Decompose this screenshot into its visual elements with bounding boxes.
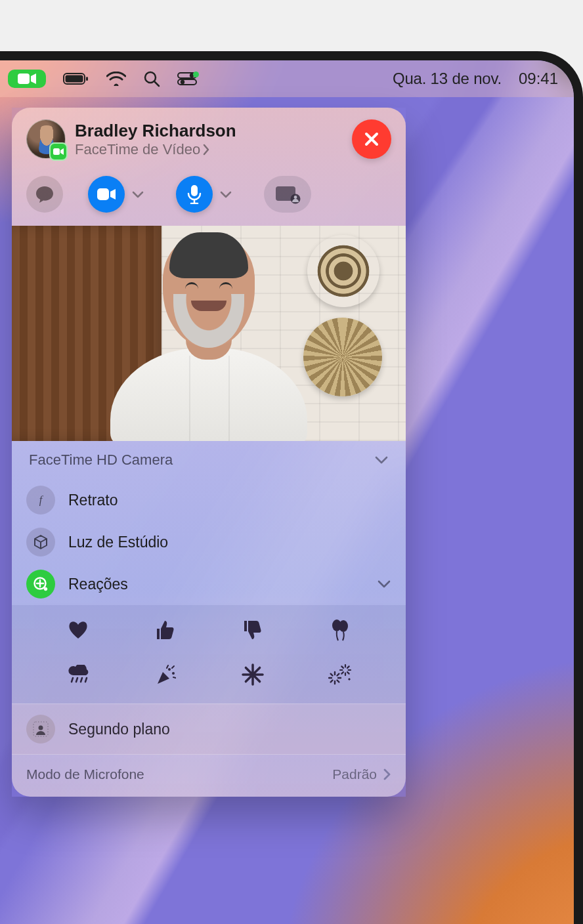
video-toggle[interactable] — [88, 176, 151, 213]
svg-rect-3 — [86, 77, 88, 81]
studio-light-option[interactable]: Luz de Estúdio — [12, 521, 406, 563]
reaction-heart[interactable] — [38, 612, 118, 648]
spotlight-icon[interactable] — [143, 70, 160, 87]
balloons-icon — [330, 618, 350, 642]
reactions-grid — [12, 605, 406, 704]
microphone-mode-row[interactable]: Modo de Microfone Padrão — [12, 755, 406, 797]
caller-avatar[interactable] — [26, 119, 66, 159]
svg-point-23 — [168, 668, 171, 671]
camera-selector[interactable]: FaceTime HD Camera — [12, 441, 406, 479]
background-label: Segundo plano — [68, 721, 170, 738]
call-type-label: FaceTime de Vídeo — [75, 141, 200, 158]
video-icon — [97, 187, 116, 201]
thumbs-up-icon — [156, 620, 175, 640]
svg-rect-11 — [97, 188, 109, 200]
svg-rect-12 — [191, 185, 198, 196]
camera-name-label: FaceTime HD Camera — [29, 452, 173, 469]
call-type-button[interactable]: FaceTime de Vídeo — [75, 141, 352, 158]
menubar-date[interactable]: Qua. 13 de nov. — [393, 70, 502, 88]
party-popper-icon — [155, 664, 176, 685]
background-option[interactable]: Segundo plano — [12, 704, 406, 755]
svg-rect-10 — [53, 148, 60, 155]
studio-light-label: Luz de Estúdio — [68, 534, 391, 551]
mic-options-chevron[interactable] — [213, 181, 239, 207]
reaction-fireworks[interactable] — [300, 656, 379, 693]
call-controls-row — [12, 167, 406, 226]
call-header: Bradley Richardson FaceTime de Vídeo — [12, 108, 406, 167]
reaction-burst[interactable] — [213, 656, 292, 693]
svg-rect-0 — [18, 74, 30, 84]
reactions-option[interactable]: Reações — [12, 563, 406, 605]
facetime-badge-icon — [49, 142, 68, 161]
person-background-icon — [26, 715, 55, 744]
privacy-indicator-dot — [193, 72, 199, 77]
screen-share-icon — [274, 184, 301, 204]
portrait-label: Retrato — [68, 492, 391, 509]
video-options-chevron[interactable] — [125, 181, 151, 207]
battery-icon[interactable] — [63, 72, 89, 85]
chevron-down-icon — [374, 455, 389, 465]
svg-point-25 — [251, 673, 255, 677]
rain-icon — [66, 665, 90, 684]
menubar: Qua. 13 de nov. 09:41 — [0, 60, 574, 97]
svg-point-27 — [39, 726, 43, 730]
reaction-thumbs-up[interactable] — [125, 612, 205, 648]
caller-name: Bradley Richardson — [75, 121, 352, 141]
microphone-icon — [187, 184, 202, 204]
speech-bubble-icon — [35, 185, 54, 203]
burst-icon — [242, 663, 264, 686]
svg-point-24 — [172, 672, 175, 675]
mic-mode-label: Modo de Microfone — [26, 766, 144, 782]
mic-mode-value: Padrão — [332, 766, 377, 782]
svg-line-5 — [154, 81, 159, 86]
thumbs-down-icon — [243, 620, 263, 640]
close-icon — [362, 129, 381, 149]
reaction-rain[interactable] — [38, 656, 118, 693]
messages-button[interactable] — [26, 176, 63, 213]
wifi-icon[interactable] — [106, 72, 126, 86]
control-center-icon[interactable] — [177, 72, 199, 85]
svg-text:f: f — [39, 494, 44, 506]
chevron-down-icon — [377, 579, 391, 589]
chevron-down-icon — [219, 190, 232, 199]
reactions-label: Reações — [68, 576, 364, 593]
reactions-toggle-icon — [26, 570, 55, 598]
reaction-balloons[interactable] — [300, 612, 379, 648]
reaction-confetti[interactable] — [125, 656, 205, 693]
mic-toggle[interactable] — [176, 176, 239, 213]
device-bezel: Qua. 13 de nov. 09:41 Bradley Richardson — [0, 51, 583, 924]
svg-rect-2 — [66, 75, 83, 83]
fireworks-icon — [328, 663, 352, 686]
portrait-option[interactable]: f Retrato — [12, 479, 406, 521]
portrait-icon: f — [26, 486, 55, 514]
chevron-down-icon — [131, 190, 144, 199]
reaction-thumbs-down[interactable] — [213, 612, 292, 648]
heart-icon — [67, 620, 89, 640]
cube-icon — [26, 528, 55, 556]
video-icon — [17, 72, 37, 85]
svg-point-9 — [181, 80, 184, 84]
chevron-right-icon — [202, 144, 211, 156]
chevron-right-icon — [382, 768, 391, 781]
facetime-control-panel: Bradley Richardson FaceTime de Vídeo — [12, 108, 406, 797]
facetime-menubar-indicator[interactable] — [8, 70, 46, 88]
self-video-preview — [12, 226, 406, 441]
svg-point-20 — [44, 587, 47, 591]
end-call-button[interactable] — [352, 119, 391, 159]
menubar-time[interactable]: 09:41 — [519, 70, 558, 88]
screen-share-button[interactable] — [264, 176, 311, 213]
svg-point-22 — [339, 620, 348, 632]
svg-point-15 — [294, 196, 297, 199]
